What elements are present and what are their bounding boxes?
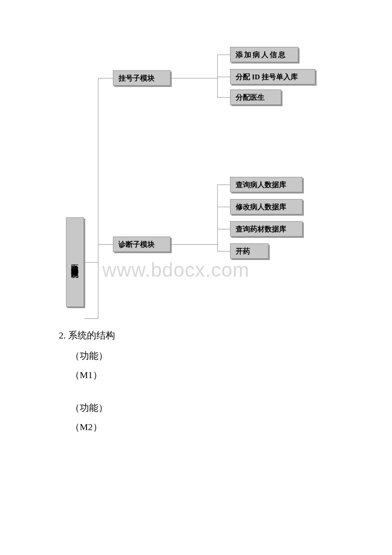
- m1-child-2: 分配 ID 挂号单入库: [230, 69, 315, 84]
- section-title: 2. 系统的结构: [59, 326, 115, 345]
- connector-line: [217, 55, 218, 97]
- connector-line: [217, 77, 230, 77]
- module-2-node: 诊断子模块: [113, 237, 170, 252]
- org-chart-diagram: www.bdocx.com 医院就诊管理系统 挂号子模块 添加病人信息 分配 I…: [0, 0, 392, 324]
- m1-child-3: 分配医生: [230, 90, 281, 105]
- connector-line: [98, 78, 98, 319]
- watermark-text: www.bdocx.com: [102, 258, 249, 281]
- m2-child-4: 开药: [230, 243, 268, 259]
- connector-line: [217, 185, 218, 251]
- m2-child-1: 查询病人数据库: [230, 177, 303, 192]
- m1-child-1: 添加病人信息: [230, 47, 298, 62]
- connector-line: [217, 97, 230, 98]
- m2-child-3: 查询药材数据库: [230, 221, 303, 237]
- connector-line: [84, 262, 98, 263]
- connector-line: [171, 78, 217, 78]
- connector-line: [98, 78, 113, 78]
- body-text-line: （功能）: [70, 347, 108, 365]
- body-text-line: （M2）: [70, 418, 102, 436]
- connector-line: [84, 318, 98, 319]
- body-text-line: （M1）: [70, 366, 102, 384]
- connector-line: [217, 207, 230, 207]
- connector-line: [98, 244, 113, 245]
- m2-child-2: 修改病人数据库: [230, 199, 303, 214]
- root-node: 医院就诊管理系统: [66, 217, 84, 307]
- body-text-line: （功能）: [70, 399, 108, 417]
- connector-line: [217, 251, 230, 251]
- connector-line: [217, 229, 230, 229]
- connector-line: [217, 185, 230, 185]
- connector-line: [217, 55, 230, 55]
- module-1-node: 挂号子模块: [113, 70, 170, 86]
- connector-line: [171, 244, 217, 245]
